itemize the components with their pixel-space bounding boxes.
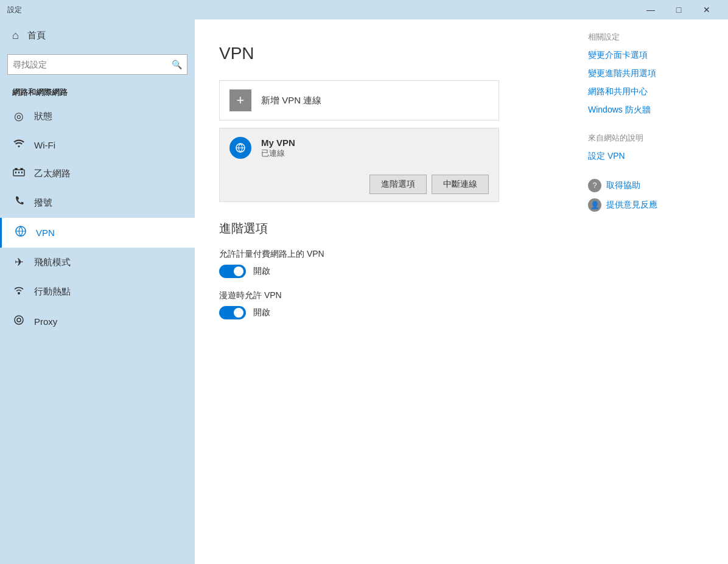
advanced-section-title: 進階選項 — [219, 220, 545, 237]
link-adapter-options[interactable]: 變更介面卡選項 — [588, 50, 710, 61]
svg-rect-1 — [15, 172, 16, 173]
sidebar-item-label-ethernet: 乙太網路 — [34, 168, 71, 179]
advanced-options-button[interactable]: 進階選項 — [369, 175, 427, 194]
vpn-info: My VPN 已連線 — [261, 138, 295, 159]
app-body: ⌂ 首頁 🔍 網路和網際網路 ◎ 狀態 Wi-Fi 乙太網路 — [0, 19, 728, 564]
option-roaming: 漫遊時允許 VPN 開啟 — [219, 290, 545, 319]
sidebar-item-label-dialup: 撥號 — [34, 197, 52, 209]
vpn-status: 已連線 — [261, 148, 295, 159]
option-metered-network: 允許計量付費網路上的 VPN 開啟 — [219, 249, 545, 278]
vpn-connection-card: My VPN 已連線 進階選項 中斷連線 — [219, 128, 499, 202]
search-icon: 🔍 — [172, 60, 182, 69]
search-box: 🔍 — [7, 54, 187, 75]
add-vpn-icon: + — [229, 89, 251, 111]
vpn-connection-icon — [229, 137, 251, 159]
sidebar-item-ethernet[interactable]: 乙太網路 — [0, 159, 195, 188]
sidebar-item-vpn[interactable]: VPN — [0, 218, 195, 248]
toggle2-value: 開啟 — [253, 307, 270, 318]
toggle-metered-slider — [219, 265, 246, 278]
link-windows-firewall[interactable]: Windows 防火牆 — [588, 105, 710, 116]
sidebar-item-home[interactable]: ⌂ 首頁 — [0, 19, 195, 52]
minimize-button[interactable]: — — [637, 0, 665, 19]
close-button[interactable]: ✕ — [693, 0, 721, 19]
svg-point-7 — [17, 318, 21, 322]
toggle1-value: 開啟 — [253, 266, 270, 277]
right-panel: 相關設定 變更介面卡選項 變更進階共用選項 網路和共用中心 Windows 防火… — [570, 19, 728, 564]
toggle-roaming[interactable] — [219, 306, 246, 319]
feedback-row[interactable]: 👤 提供意見反應 — [588, 198, 710, 212]
related-settings-title: 相關設定 — [588, 32, 710, 43]
status-icon: ◎ — [12, 110, 26, 123]
page-title: VPN — [219, 44, 545, 63]
from-web-section: 來自網站的說明 設定 VPN — [588, 133, 710, 162]
hotspot-icon — [12, 285, 26, 299]
get-help-row[interactable]: ? 取得協助 — [588, 179, 710, 192]
link-setup-vpn[interactable]: 設定 VPN — [588, 151, 710, 162]
related-settings-section: 相關設定 變更介面卡選項 變更進階共用選項 網路和共用中心 Windows 防火… — [588, 32, 710, 116]
ethernet-icon — [12, 167, 26, 180]
feedback-icon: 👤 — [588, 198, 601, 212]
wifi-icon — [12, 139, 26, 151]
home-label: 首頁 — [27, 30, 46, 41]
toggle-row-2: 開啟 — [219, 306, 545, 319]
title-bar: 設定 — □ ✕ — [0, 0, 728, 19]
sidebar-item-label-vpn: VPN — [36, 228, 55, 238]
home-icon: ⌂ — [12, 29, 19, 42]
main-content-area: VPN + 新增 VPN 連線 My VPN 已連線 — [195, 19, 728, 564]
svg-point-6 — [15, 316, 23, 324]
vpn-card-actions: 進階選項 中斷連線 — [220, 167, 499, 201]
vpn-card-header: My VPN 已連線 — [220, 128, 499, 167]
sidebar-item-status[interactable]: ◎ 狀態 — [0, 102, 195, 131]
get-help-link[interactable]: 取得協助 — [606, 180, 640, 191]
airplane-icon: ✈ — [12, 256, 26, 269]
app-title: 設定 — [7, 5, 22, 15]
svg-rect-3 — [21, 172, 23, 173]
sidebar-item-hotspot[interactable]: 行動熱點 — [0, 277, 195, 307]
from-web-title: 來自網站的說明 — [588, 133, 710, 144]
sidebar-item-proxy[interactable]: Proxy — [0, 307, 195, 336]
sidebar-item-wifi[interactable]: Wi-Fi — [0, 131, 195, 159]
toggle-row-1: 開啟 — [219, 265, 545, 278]
window-controls: — □ ✕ — [637, 0, 721, 19]
maximize-button[interactable]: □ — [665, 0, 693, 19]
sidebar-item-airplane[interactable]: ✈ 飛航模式 — [0, 248, 195, 277]
disconnect-button[interactable]: 中斷連線 — [432, 175, 489, 194]
proxy-icon — [12, 315, 26, 329]
option2-label: 漫遊時允許 VPN — [219, 290, 545, 301]
dialup-icon — [12, 196, 26, 210]
sidebar-item-label-wifi: Wi-Fi — [34, 140, 55, 150]
sidebar-item-label-status: 狀態 — [34, 111, 52, 122]
sidebar: ⌂ 首頁 🔍 網路和網際網路 ◎ 狀態 Wi-Fi 乙太網路 — [0, 19, 195, 564]
vpn-name: My VPN — [261, 138, 295, 148]
sidebar-item-dialup[interactable]: 撥號 — [0, 188, 195, 218]
add-vpn-card[interactable]: + 新增 VPN 連線 — [219, 80, 499, 120]
feedback-link[interactable]: 提供意見反應 — [606, 200, 657, 211]
link-advanced-sharing[interactable]: 變更進階共用選項 — [588, 68, 710, 79]
content-area: VPN + 新增 VPN 連線 My VPN 已連線 — [195, 19, 570, 564]
content-main: VPN + 新增 VPN 連線 My VPN 已連線 — [219, 44, 545, 319]
link-network-center[interactable]: 網路和共用中心 — [588, 86, 710, 97]
toggle-roaming-slider — [219, 306, 246, 319]
sidebar-item-label-airplane: 飛航模式 — [34, 257, 71, 268]
toggle-metered[interactable] — [219, 265, 246, 278]
option1-label: 允許計量付費網路上的 VPN — [219, 249, 545, 260]
sidebar-section-title: 網路和網際網路 — [0, 82, 195, 102]
vpn-nav-icon — [14, 226, 27, 240]
get-help-icon: ? — [588, 179, 601, 192]
search-input[interactable] — [13, 60, 172, 69]
sidebar-item-label-hotspot: 行動熱點 — [34, 286, 71, 298]
svg-rect-2 — [18, 172, 19, 173]
sidebar-item-label-proxy: Proxy — [34, 316, 57, 327]
svg-point-5 — [18, 292, 20, 294]
add-vpn-label: 新增 VPN 連線 — [261, 95, 321, 106]
help-section: ? 取得協助 👤 提供意見反應 — [588, 179, 710, 212]
